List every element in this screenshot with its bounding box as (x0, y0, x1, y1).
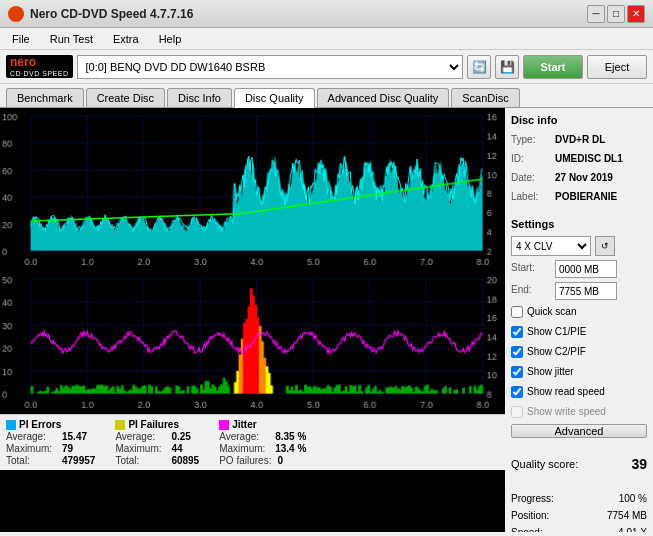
pi-errors-total-label: Total: (6, 455, 56, 466)
position-row: Position: 7754 MB (511, 507, 647, 524)
tab-create-disc[interactable]: Create Disc (86, 88, 165, 107)
close-button[interactable]: ✕ (627, 5, 645, 23)
settings-icon-button[interactable]: ↺ (595, 236, 615, 256)
tab-advanced-disc-quality[interactable]: Advanced Disc Quality (317, 88, 450, 107)
pi-failures-max-val: 44 (171, 443, 182, 454)
menu-runtest[interactable]: Run Test (42, 31, 101, 47)
disc-label-val: POBIERANIE (555, 189, 617, 204)
show-jitter-checkbox[interactable] (511, 366, 523, 378)
show-c1-pie-checkbox[interactable] (511, 326, 523, 338)
jitter-max-label: Maximum: (219, 443, 269, 454)
speed-label: Speed: (511, 524, 543, 532)
quick-scan-checkbox[interactable] (511, 306, 523, 318)
stats-bar: PI Errors Average: 15.47 Maximum: 79 Tot… (0, 414, 505, 470)
jitter-po-val: 0 (277, 455, 283, 466)
charts-panel: PI Errors Average: 15.47 Maximum: 79 Tot… (0, 108, 505, 532)
disc-date-key: Date: (511, 170, 551, 185)
title-bar-left: Nero CD-DVD Speed 4.7.7.16 (8, 6, 193, 22)
disc-label-key: Label: (511, 189, 551, 204)
pi-failures-max-label: Maximum: (115, 443, 165, 454)
window-title: Nero CD-DVD Speed 4.7.7.16 (30, 7, 193, 21)
pi-errors-max-row: Maximum: 79 (6, 443, 95, 454)
pi-errors-stats: PI Errors Average: 15.47 Maximum: 79 Tot… (6, 419, 95, 466)
progress-section: Progress: 100 % Position: 7754 MB Speed:… (511, 490, 647, 532)
maximize-button[interactable]: □ (607, 5, 625, 23)
menu-bar: File Run Test Extra Help (0, 28, 653, 50)
app-icon (8, 6, 24, 22)
tab-scandisc[interactable]: ScanDisc (451, 88, 519, 107)
jitter-avg-row: Average: 8.35 % (219, 431, 306, 442)
start-button[interactable]: Start (523, 55, 583, 79)
disc-date-val: 27 Nov 2019 (555, 170, 613, 185)
pi-failures-avg-val: 0.25 (171, 431, 190, 442)
pi-failures-label: PI Failures (128, 419, 179, 430)
toolbar: nero CD·DVD SPEED [0:0] BENQ DVD DD DW16… (0, 50, 653, 84)
menu-help[interactable]: Help (151, 31, 190, 47)
window-controls: ─ □ ✕ (587, 5, 645, 23)
pi-errors-total-row: Total: 479957 (6, 455, 95, 466)
show-read-speed-checkbox[interactable] (511, 386, 523, 398)
show-write-speed-label: Show write speed (527, 404, 606, 420)
menu-file[interactable]: File (4, 31, 38, 47)
show-write-speed-row: Show write speed (511, 404, 647, 420)
show-write-speed-checkbox[interactable] (511, 406, 523, 418)
eject-button[interactable]: Eject (587, 55, 647, 79)
quality-score-value: 39 (631, 456, 647, 472)
info-panel: Disc info Type: DVD+R DL ID: UMEDISC DL1… (505, 108, 653, 532)
drive-select[interactable]: [0:0] BENQ DVD DD DW1640 BSRB (77, 55, 463, 79)
settings-title: Settings (511, 218, 647, 230)
advanced-button[interactable]: Advanced (511, 424, 647, 438)
tabs-bar: Benchmark Create Disc Disc Info Disc Qua… (0, 84, 653, 108)
pi-errors-total-val: 479957 (62, 455, 95, 466)
show-c1-pie-label: Show C1/PIE (527, 324, 586, 340)
minimize-button[interactable]: ─ (587, 5, 605, 23)
menu-extra[interactable]: Extra (105, 31, 147, 47)
jitter-avg-val: 8.35 % (275, 431, 306, 442)
pi-errors-max-label: Maximum: (6, 443, 56, 454)
progress-label: Progress: (511, 490, 554, 507)
pi-errors-avg-val: 15.47 (62, 431, 87, 442)
position-label: Position: (511, 507, 549, 524)
start-label: Start: (511, 260, 551, 278)
speed-row-info: Speed: 4.01 X (511, 524, 647, 532)
pi-errors-avg-row: Average: 15.47 (6, 431, 95, 442)
show-read-speed-row: Show read speed (511, 384, 647, 400)
speed-row: 4 X CLV ↺ (511, 236, 647, 256)
jitter-max-row: Maximum: 13.4 % (219, 443, 306, 454)
jitter-avg-label: Average: (219, 431, 269, 442)
jitter-po-row: PO failures: 0 (219, 455, 306, 466)
pi-errors-label: PI Errors (19, 419, 61, 430)
pi-failures-total-row: Total: 60895 (115, 455, 199, 466)
speed-select[interactable]: 4 X CLV (511, 236, 591, 256)
tab-disc-quality[interactable]: Disc Quality (234, 88, 315, 108)
jitter-max-val: 13.4 % (275, 443, 306, 454)
show-c2-row: Show C2/PIF (511, 344, 647, 360)
pi-errors-max-val: 79 (62, 443, 73, 454)
show-jitter-label: Show jitter (527, 364, 574, 380)
quick-scan-row: Quick scan (511, 304, 647, 320)
end-mb-row: End: (511, 282, 647, 300)
pi-failures-avg-label: Average: (115, 431, 165, 442)
tab-benchmark[interactable]: Benchmark (6, 88, 84, 107)
disc-type-key: Type: (511, 132, 551, 147)
speed-val: 4.01 X (618, 524, 647, 532)
disc-label-row: Label: POBIERANIE (511, 189, 647, 204)
end-input[interactable] (555, 282, 617, 300)
jitter-label: Jitter (232, 419, 256, 430)
show-jitter-row: Show jitter (511, 364, 647, 380)
pi-failures-total-val: 60895 (171, 455, 199, 466)
show-c2-pif-label: Show C2/PIF (527, 344, 586, 360)
show-read-speed-label: Show read speed (527, 384, 605, 400)
disc-id-key: ID: (511, 151, 551, 166)
start-input[interactable] (555, 260, 617, 278)
disc-type-val: DVD+R DL (555, 132, 605, 147)
refresh-button[interactable]: 🔄 (467, 55, 491, 79)
show-c2-pif-checkbox[interactable] (511, 346, 523, 358)
save-button[interactable]: 💾 (495, 55, 519, 79)
pi-failures-stats: PI Failures Average: 0.25 Maximum: 44 To… (115, 419, 199, 466)
pi-failures-total-label: Total: (115, 455, 165, 466)
tab-disc-info[interactable]: Disc Info (167, 88, 232, 107)
end-label: End: (511, 282, 551, 300)
pi-failures-max-row: Maximum: 44 (115, 443, 199, 454)
position-val: 7754 MB (607, 507, 647, 524)
